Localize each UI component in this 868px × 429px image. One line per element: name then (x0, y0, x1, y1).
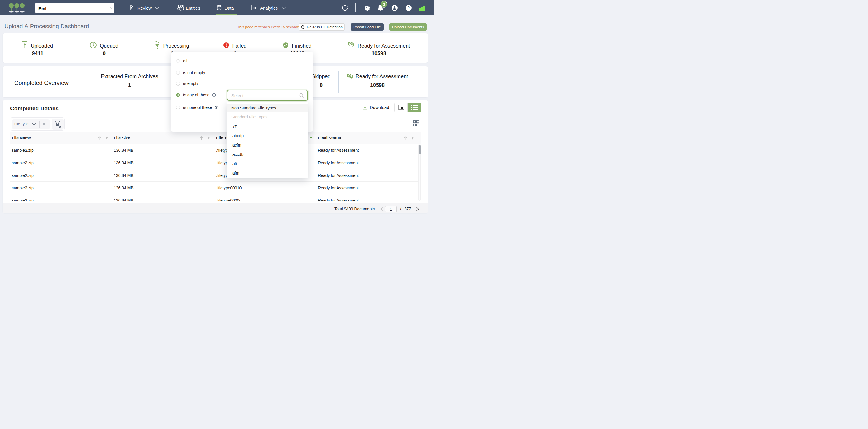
svg-text:?: ? (407, 6, 410, 10)
